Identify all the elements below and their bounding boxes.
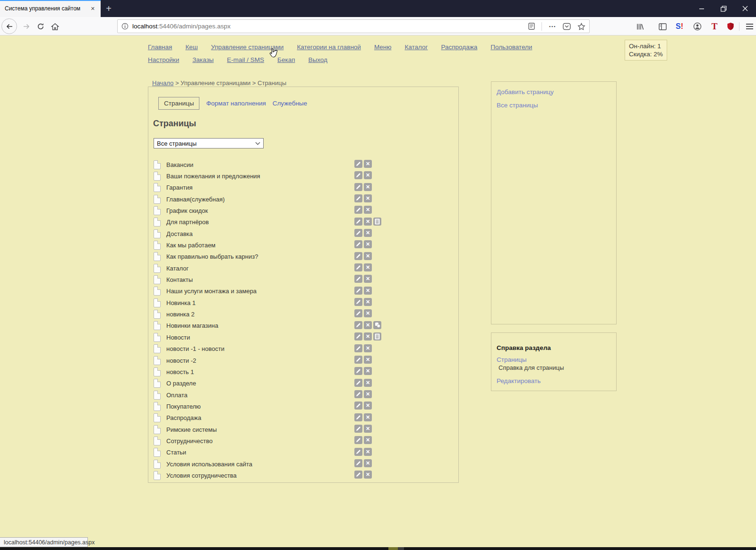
account-icon[interactable] <box>691 20 704 33</box>
nav-link[interactable]: Распродажа <box>441 44 477 51</box>
tab-close-icon[interactable]: ✕ <box>89 5 97 13</box>
browser-tab[interactable]: Система управления сайтом ✕ <box>0 0 101 17</box>
sidebar-toggle-icon[interactable] <box>656 20 669 33</box>
edit-page-button[interactable] <box>354 413 362 421</box>
bookmark-star-icon[interactable] <box>577 23 585 30</box>
delete-page-button[interactable]: ✕ <box>364 321 372 329</box>
edit-page-button[interactable] <box>354 425 362 433</box>
nav-link[interactable]: E-mail / SMS <box>227 56 264 63</box>
reload-button[interactable] <box>34 20 47 33</box>
edit-page-button[interactable] <box>354 229 362 237</box>
edit-page-button[interactable] <box>354 436 362 444</box>
delete-page-button[interactable]: ✕ <box>364 356 372 364</box>
nav-link[interactable]: Меню <box>374 44 392 51</box>
help-pages-link[interactable]: Страницы <box>497 356 611 363</box>
pages-filter-select[interactable]: Все страницы <box>154 138 264 148</box>
edit-page-button[interactable] <box>354 160 362 168</box>
edit-page-button[interactable] <box>354 240 362 248</box>
nav-link[interactable]: Выход <box>308 56 327 63</box>
edit-page-button[interactable] <box>354 206 362 214</box>
tab-service[interactable]: Служебные <box>273 100 307 107</box>
delete-page-button[interactable]: ✕ <box>364 413 372 421</box>
breadcrumb-home-link[interactable]: Начало <box>152 79 173 87</box>
delete-page-button[interactable]: ✕ <box>364 171 372 179</box>
adblock-shield-icon[interactable] <box>724 20 737 33</box>
edit-page-button[interactable] <box>354 471 362 479</box>
forward-button[interactable] <box>20 20 33 33</box>
extension-s-icon[interactable]: S! <box>673 20 686 33</box>
url-text[interactable]: localhost:54406/admin/pages.aspx <box>132 23 528 30</box>
nav-link[interactable]: Управление страницами <box>211 44 284 51</box>
copy-page-button[interactable] <box>373 321 381 329</box>
edit-page-button[interactable] <box>354 287 362 295</box>
nav-link[interactable]: Категории на главной <box>297 44 361 51</box>
address-bar[interactable]: localhost:54406/admin/pages.aspx ⋯ <box>117 19 590 33</box>
delete-page-button[interactable]: ✕ <box>364 218 372 226</box>
tab-fill-format[interactable]: Формат наполнения <box>206 100 266 107</box>
edit-page-button[interactable] <box>354 367 362 375</box>
delete-page-button[interactable]: ✕ <box>364 252 372 260</box>
extension-t-icon[interactable]: T <box>708 20 721 33</box>
delete-page-button[interactable]: ✕ <box>364 194 372 202</box>
edit-page-button[interactable] <box>354 218 362 226</box>
nav-link[interactable]: Каталог <box>404 44 428 51</box>
menu-hamburger-icon[interactable] <box>743 20 756 33</box>
delete-page-button[interactable]: ✕ <box>364 240 372 248</box>
pocket-icon[interactable] <box>563 23 571 30</box>
edit-page-button[interactable] <box>354 252 362 260</box>
nav-link[interactable]: Заказы <box>192 56 214 63</box>
edit-page-button[interactable] <box>354 459 362 467</box>
site-info-icon[interactable] <box>121 23 129 30</box>
delete-page-button[interactable]: ✕ <box>364 287 372 295</box>
edit-page-button[interactable] <box>354 448 362 456</box>
back-button[interactable] <box>1 18 17 34</box>
edit-page-button[interactable] <box>354 390 362 398</box>
delete-page-button[interactable]: ✕ <box>364 263 372 271</box>
delete-page-button[interactable]: ✕ <box>364 459 372 467</box>
delete-page-button[interactable]: ✕ <box>364 298 372 306</box>
nav-link[interactable]: Главная <box>148 44 172 51</box>
close-button[interactable] <box>734 0 756 17</box>
edit-page-button[interactable] <box>354 356 362 364</box>
subpages-button[interactable] <box>373 332 381 340</box>
library-icon[interactable] <box>633 20 646 33</box>
delete-page-button[interactable]: ✕ <box>364 379 372 387</box>
new-tab-button[interactable]: + <box>101 0 117 17</box>
nav-link[interactable]: Кеш <box>185 44 198 51</box>
edit-page-button[interactable] <box>354 309 362 317</box>
restore-button[interactable] <box>713 0 734 17</box>
page-actions-icon[interactable]: ⋯ <box>549 22 556 31</box>
nav-link[interactable]: Бекап <box>277 56 295 63</box>
delete-page-button[interactable]: ✕ <box>364 425 372 433</box>
edit-page-button[interactable] <box>354 275 362 283</box>
edit-page-button[interactable] <box>354 379 362 387</box>
delete-page-button[interactable]: ✕ <box>364 471 372 479</box>
delete-page-button[interactable]: ✕ <box>364 206 372 214</box>
delete-page-button[interactable]: ✕ <box>364 344 372 352</box>
sidebar-link[interactable]: Добавить страницу <box>497 88 611 96</box>
delete-page-button[interactable]: ✕ <box>364 402 372 410</box>
delete-page-button[interactable]: ✕ <box>364 183 372 191</box>
edit-page-button[interactable] <box>354 402 362 410</box>
home-button[interactable] <box>48 20 61 33</box>
edit-page-button[interactable] <box>354 332 362 340</box>
sidebar-link[interactable]: Все страницы <box>497 102 611 109</box>
help-edit-link[interactable]: Редактировать <box>497 377 611 384</box>
edit-page-button[interactable] <box>354 171 362 179</box>
edit-page-button[interactable] <box>354 321 362 329</box>
nav-link[interactable]: Пользователи <box>490 44 532 51</box>
reader-mode-icon[interactable] <box>528 23 535 30</box>
delete-page-button[interactable]: ✕ <box>364 332 372 340</box>
delete-page-button[interactable]: ✕ <box>364 390 372 398</box>
subpages-button[interactable] <box>373 218 381 226</box>
delete-page-button[interactable]: ✕ <box>364 309 372 317</box>
edit-page-button[interactable] <box>354 344 362 352</box>
delete-page-button[interactable]: ✕ <box>364 229 372 237</box>
edit-page-button[interactable] <box>354 183 362 191</box>
delete-page-button[interactable]: ✕ <box>364 160 372 168</box>
delete-page-button[interactable]: ✕ <box>364 367 372 375</box>
tab-pages[interactable]: Страницы <box>158 97 199 110</box>
nav-link[interactable]: Настройки <box>148 56 179 63</box>
edit-page-button[interactable] <box>354 194 362 202</box>
minimize-button[interactable] <box>691 0 713 17</box>
